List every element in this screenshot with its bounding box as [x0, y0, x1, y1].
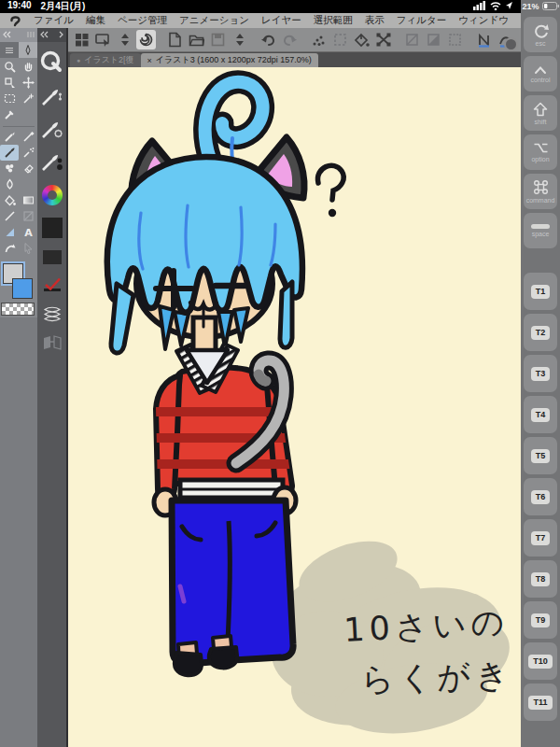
finish-check-icon[interactable]: [42, 276, 63, 293]
subtool-dots-icon[interactable]: [41, 152, 63, 173]
deselect-icon[interactable]: [309, 30, 329, 49]
snap-disabled-icon[interactable]: [445, 30, 465, 49]
palette-header[interactable]: [37, 28, 66, 42]
tool-eraser[interactable]: [19, 161, 37, 176]
key-t4[interactable]: T4: [524, 396, 557, 433]
tool-pen[interactable]: [0, 129, 19, 145]
tool-text[interactable]: A: [19, 224, 37, 240]
tool-decoration[interactable]: [0, 161, 19, 176]
tool-auto-select[interactable]: [19, 91, 37, 106]
canvas-area[interactable]: 10さいの らくがき: [68, 67, 521, 747]
palette-header[interactable]: [0, 28, 37, 42]
menu-layer[interactable]: レイヤー: [261, 14, 301, 27]
animation-icon[interactable]: [43, 250, 62, 264]
redo-icon[interactable]: [280, 30, 300, 49]
close-tab-icon[interactable]: ×: [147, 56, 152, 65]
flip-canvas-icon[interactable]: [42, 334, 63, 351]
transparent-color-swatch[interactable]: [1, 303, 35, 316]
snap-disabled-icon[interactable]: [424, 30, 443, 49]
expand-icon[interactable]: [59, 31, 63, 40]
menu-filter[interactable]: フィルター: [397, 14, 446, 27]
key-shift[interactable]: shift: [524, 95, 557, 131]
new-file-icon[interactable]: [165, 30, 185, 49]
tab-tool-pen[interactable]: [19, 42, 37, 58]
tool-hand[interactable]: [19, 59, 37, 75]
reselect-icon[interactable]: [330, 30, 350, 49]
tool-blend[interactable]: [0, 176, 19, 192]
open-file-icon[interactable]: [187, 30, 206, 49]
canvas-artwork: 10さいの らくがき: [68, 67, 521, 747]
tool-figure[interactable]: [0, 208, 19, 224]
key-t2[interactable]: T2: [524, 314, 557, 351]
tool-ruler[interactable]: [0, 224, 19, 240]
key-t11[interactable]: T11: [524, 684, 557, 721]
tool-pencil[interactable]: [19, 129, 37, 145]
material-spring-icon[interactable]: [42, 305, 63, 322]
undo-icon[interactable]: [259, 30, 278, 49]
grip-icon[interactable]: [27, 31, 35, 40]
tool-line-correct[interactable]: [0, 240, 19, 256]
stepper-icon[interactable]: [115, 30, 134, 49]
quick-access-palette: [37, 28, 68, 747]
transform-icon[interactable]: [373, 30, 393, 49]
menu-file[interactable]: ファイル: [34, 14, 74, 27]
sub-color-swatch[interactable]: [12, 278, 33, 299]
tool-move-layer[interactable]: [19, 75, 37, 91]
wifi-icon: [490, 1, 501, 12]
subtool-settings-icon[interactable]: [41, 120, 63, 140]
key-control[interactable]: control: [524, 56, 557, 92]
key-space[interactable]: space: [524, 213, 557, 248]
color-set-icon[interactable]: [42, 218, 63, 238]
tool-empty: [19, 176, 37, 192]
menu-animation[interactable]: アニメーション: [179, 14, 249, 27]
tool-eyedropper[interactable]: [0, 106, 19, 122]
menu-window[interactable]: ウィンドウ: [458, 14, 509, 27]
menu-view[interactable]: 表示: [365, 14, 385, 27]
key-t8[interactable]: T8: [524, 560, 557, 598]
tool-gradient[interactable]: [19, 192, 37, 208]
signal-icon: [473, 1, 486, 12]
key-t1[interactable]: T1: [524, 273, 557, 310]
snap-disabled-icon[interactable]: [402, 30, 422, 49]
key-t10[interactable]: T10: [524, 642, 557, 680]
display-settings-icon[interactable]: [93, 30, 113, 49]
quick-access-icon[interactable]: [39, 49, 64, 75]
color-wheel-icon[interactable]: [42, 185, 63, 205]
tool-fill[interactable]: [0, 192, 19, 208]
menu-page[interactable]: ページ管理: [118, 14, 167, 27]
key-t3[interactable]: T3: [524, 355, 557, 392]
tool-marquee[interactable]: [0, 91, 19, 106]
key-t5[interactable]: T5: [524, 437, 557, 474]
collapse-icon[interactable]: [40, 31, 49, 40]
hint-bubble[interactable]: [504, 37, 518, 51]
tool-brush-selected[interactable]: [0, 145, 19, 161]
key-option[interactable]: option: [524, 134, 557, 170]
workspace-grid-icon[interactable]: [72, 30, 91, 49]
fill-selection-icon[interactable]: [352, 30, 371, 49]
snap-to-ruler-icon[interactable]: [474, 30, 494, 49]
key-esc[interactable]: esc: [524, 17, 557, 52]
menu-selection[interactable]: 選択範囲: [314, 14, 353, 27]
edge-keyboard: 21% esc control shift option command spa…: [521, 0, 560, 747]
menu-bar: ファイル 編集 ページ管理 アニメーション レイヤー 選択範囲 表示 フィルター…: [0, 13, 521, 28]
tab-tool-list[interactable]: [0, 42, 19, 58]
canvas-tab[interactable]: ● イラスト2[復: [70, 53, 141, 67]
key-t6[interactable]: T6: [524, 478, 557, 515]
key-command[interactable]: command: [524, 174, 557, 209]
tool-frame[interactable]: [19, 208, 37, 224]
stepper-icon[interactable]: [230, 30, 249, 49]
svg-text:らくがき: らくがき: [360, 655, 514, 698]
clip-studio-logo-icon[interactable]: [9, 15, 21, 27]
save-icon[interactable]: [208, 30, 228, 49]
tool-object[interactable]: [0, 75, 19, 91]
key-t9[interactable]: T9: [524, 601, 557, 639]
key-t7[interactable]: T7: [524, 519, 557, 557]
canvas-tab-active[interactable]: × イラスト3 (1600 x 1200px 72dpi 157.0%): [141, 53, 318, 67]
collapse-icon[interactable]: [3, 31, 11, 40]
subtool-brush-icon[interactable]: [41, 87, 63, 107]
clip-studio-icon[interactable]: [136, 30, 156, 49]
tool-select-pointer[interactable]: [19, 240, 37, 256]
tool-airbrush[interactable]: [19, 145, 37, 161]
menu-edit[interactable]: 編集: [86, 14, 105, 27]
tool-zoom[interactable]: [0, 59, 19, 75]
